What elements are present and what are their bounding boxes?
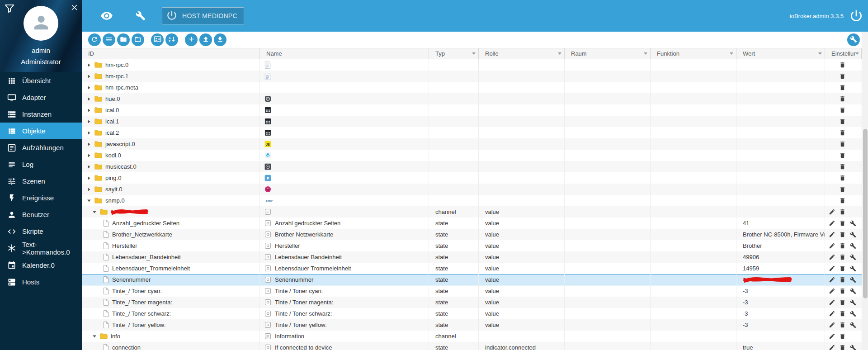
edit-button[interactable] (828, 309, 836, 318)
table-row[interactable]: snmp.0SNMP (82, 195, 862, 206)
sidebar-item-szenen[interactable]: Szenen (0, 173, 82, 189)
custom-settings-button[interactable] (849, 264, 857, 273)
edit-button[interactable] (828, 253, 836, 261)
table-row[interactable]: hm-rpc.0 (82, 59, 862, 71)
table-row[interactable]: hm-rpc.meta (82, 82, 862, 93)
filter-dropdown-icon[interactable] (818, 52, 822, 55)
table-row[interactable]: javascript.0JS (82, 138, 862, 150)
scrollbar-thumb[interactable] (863, 129, 868, 298)
expand-arrow-icon[interactable] (87, 176, 92, 180)
collapse-arrow-icon[interactable] (87, 199, 92, 203)
sidebar-item-log[interactable]: Log (0, 156, 82, 173)
table-row[interactable]: infoInformationchannel (82, 331, 862, 342)
expand-arrow-icon[interactable] (87, 153, 92, 158)
collapse-arrow-icon[interactable] (92, 210, 97, 214)
edit-button[interactable] (828, 264, 836, 273)
delete-button[interactable] (838, 309, 847, 318)
table-row[interactable]: Lebensdauer_TrommeleinheitLebensdauer Tr… (82, 263, 862, 274)
table-row[interactable]: HerstellerHerstellerstatevalueBrother (82, 240, 862, 251)
delete-button[interactable] (838, 343, 847, 350)
host-button[interactable]: HOST MEDIONPC (162, 7, 244, 24)
filter-dropdown-icon[interactable] (644, 52, 647, 55)
delete-button[interactable] (838, 140, 847, 148)
delete-button[interactable] (838, 83, 847, 92)
settings-wrench-button[interactable] (847, 33, 860, 46)
table-row[interactable]: ical.0 (82, 104, 862, 116)
table-row[interactable]: ical.1 (82, 116, 862, 127)
sidebar-item-benutzer[interactable]: Benutzer (0, 206, 82, 223)
delete-button[interactable] (838, 174, 847, 182)
delete-button[interactable] (838, 106, 847, 114)
table-row[interactable]: kodi.0 (82, 150, 862, 161)
delete-button[interactable] (838, 230, 847, 239)
sidebar-item-adapter[interactable]: Adapter (0, 89, 82, 106)
table-row[interactable]: SeriennummerSeriennummerstatevalue (82, 274, 862, 285)
toolbar-id-card-button[interactable] (151, 33, 164, 46)
edit-button[interactable] (828, 208, 836, 216)
table-row[interactable]: Lebensdauer_BandeinheitLebensdauer Bande… (82, 251, 862, 263)
table-row[interactable]: Tinte_/ Toner magenta:Tinte / Toner mage… (82, 297, 862, 308)
table-row[interactable]: sayit.0 (82, 184, 862, 195)
table-row[interactable]: Tinte_/ Toner schwarz:Tinte / Toner schw… (82, 308, 862, 319)
edit-button[interactable] (828, 343, 836, 350)
table-row[interactable]: Tinte_/ Toner cyan:Tinte / Toner cyan:st… (82, 285, 862, 297)
collapse-arrow-icon[interactable] (92, 334, 97, 339)
delete-button[interactable] (838, 185, 847, 194)
expand-arrow-icon[interactable] (87, 131, 92, 135)
close-icon[interactable] (71, 4, 78, 13)
toolbar-folder-button[interactable] (117, 33, 130, 46)
sidebar-item-hosts[interactable]: Hosts (0, 274, 82, 290)
edit-button[interactable] (828, 287, 836, 295)
filter-dropdown-icon[interactable] (855, 52, 859, 55)
wrench-icon[interactable] (136, 11, 146, 21)
delete-button[interactable] (838, 128, 847, 137)
delete-button[interactable] (838, 241, 847, 250)
toolbar-add-button[interactable] (185, 33, 198, 46)
edit-button[interactable] (828, 298, 836, 307)
delete-button[interactable] (838, 61, 847, 69)
toolbar-upload-button[interactable] (199, 33, 212, 46)
delete-button[interactable] (838, 151, 847, 160)
expand-arrow-icon[interactable] (87, 165, 92, 169)
filter-dropdown-icon[interactable] (472, 52, 476, 55)
custom-settings-button[interactable] (849, 253, 857, 261)
custom-settings-button[interactable] (849, 309, 857, 318)
filter-dropdown-icon[interactable] (558, 52, 561, 55)
expand-arrow-icon[interactable] (87, 97, 92, 101)
vertical-scrollbar[interactable] (862, 32, 868, 350)
custom-settings-button[interactable] (849, 287, 857, 295)
custom-settings-button[interactable] (849, 230, 857, 239)
custom-settings-button[interactable] (849, 343, 857, 350)
sidebar-item-skripte[interactable]: Skripte (0, 223, 82, 240)
toolbar-download-button[interactable] (214, 33, 226, 46)
sidebar-item-bersicht[interactable]: Übersicht (0, 72, 82, 89)
delete-button[interactable] (838, 219, 847, 227)
delete-button[interactable] (838, 162, 847, 171)
custom-settings-button[interactable] (849, 241, 857, 250)
toolbar-folder-open-button[interactable] (132, 33, 144, 46)
table-row[interactable]: Tinte_/ Toner yellow:Tinte / Toner yello… (82, 319, 862, 331)
edit-button[interactable] (828, 275, 836, 284)
table-row[interactable]: musiccast.0 (82, 161, 862, 172)
toolbar-sort-az-button[interactable]: AZ (165, 33, 178, 46)
delete-button[interactable] (838, 95, 847, 103)
table-row[interactable]: Anzahl_gedruckter SeitenAnzahl gedruckte… (82, 218, 862, 229)
filter-dropdown-icon[interactable] (730, 52, 733, 55)
expand-arrow-icon[interactable] (87, 74, 92, 79)
delete-button[interactable] (838, 287, 847, 295)
expand-arrow-icon[interactable] (87, 142, 92, 147)
sidebar-item-instanzen[interactable]: Instanzen (0, 106, 82, 123)
delete-button[interactable] (838, 275, 847, 284)
sidebar-item-aufz-hlungen[interactable]: Aufzählungen (0, 139, 82, 156)
delete-button[interactable] (838, 321, 847, 329)
edit-button[interactable] (828, 321, 836, 329)
sidebar-item-ereignisse[interactable]: Ereignisse (0, 189, 82, 206)
expand-arrow-icon[interactable] (87, 119, 92, 124)
sidebar-item-kalender-0[interactable]: Kalender.0 (0, 257, 82, 274)
table-row[interactable]: connectionIf connected to devicestateind… (82, 342, 862, 350)
edit-button[interactable] (828, 230, 836, 239)
table-row[interactable]: channelvalue (82, 206, 862, 218)
delete-button[interactable] (838, 332, 847, 341)
eye-icon[interactable] (100, 9, 113, 22)
delete-button[interactable] (838, 117, 847, 126)
